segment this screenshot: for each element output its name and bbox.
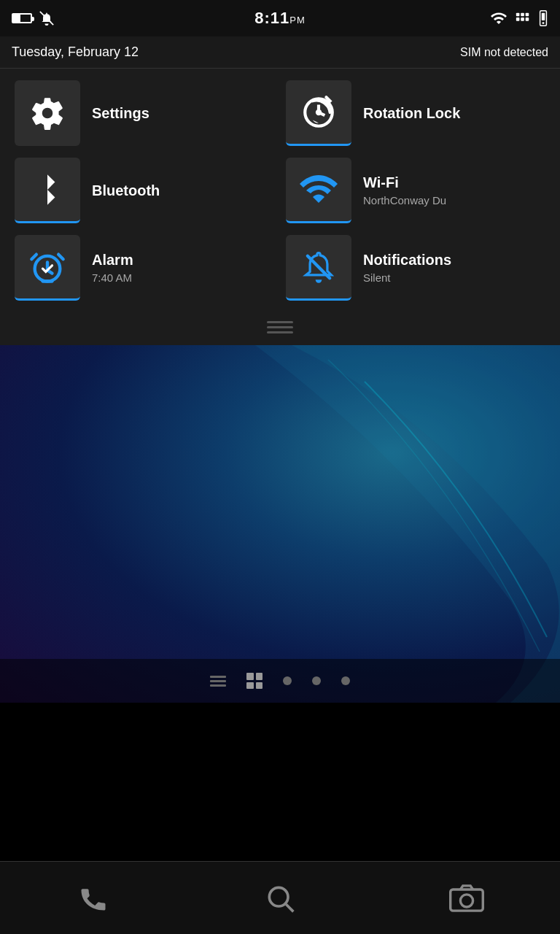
drag-handle-icon [267, 321, 293, 333]
notifications-icon-box [286, 235, 351, 301]
signal-alert-icon [538, 10, 548, 26]
drag-handle[interactable] [0, 312, 560, 345]
status-bar: 8:11PM [0, 0, 560, 36]
wallpaper [0, 345, 560, 703]
dock-page-dot-2[interactable] [312, 676, 321, 685]
battery-icon [12, 13, 32, 23]
svg-rect-1 [516, 13, 520, 17]
svg-point-9 [542, 22, 545, 24]
svg-rect-5 [526, 13, 529, 17]
wifi-status-icon [490, 11, 508, 26]
bell-mute-icon [300, 248, 338, 286]
rotation-lock-icon-box [286, 80, 351, 146]
dock-page-dot-3[interactable] [341, 676, 350, 685]
dock-lines-icon[interactable] [210, 675, 226, 687]
bluetooth-label-text: Bluetooth [92, 182, 160, 199]
dock-grid-icon[interactable] [246, 673, 262, 689]
settings-grid: Settings Rotation Lock [15, 80, 545, 301]
svg-line-14 [286, 904, 293, 911]
status-right-icons [490, 10, 548, 26]
svg-rect-4 [521, 18, 524, 21]
bluetooth-icon [33, 171, 62, 208]
mute-icon [39, 11, 54, 26]
blackberry-icon [515, 10, 531, 26]
svg-rect-6 [526, 18, 529, 21]
alarm-icon-box [15, 235, 80, 301]
svg-point-16 [460, 894, 472, 906]
settings-icon-box [15, 80, 80, 146]
dock-dots [0, 659, 560, 703]
alarm-label-text: Alarm 7:40 AM [92, 252, 133, 284]
svg-point-13 [269, 887, 288, 906]
gear-icon [29, 95, 66, 131]
phone-icon [77, 882, 109, 914]
wifi-label-text: Wi-Fi NorthConway Du [363, 174, 446, 207]
status-time: 8:11PM [254, 9, 306, 28]
settings-label-text: Settings [92, 105, 149, 122]
alarm-icon [28, 248, 66, 286]
camera-icon [449, 882, 484, 914]
settings-item-alarm[interactable]: Alarm 7:40 AM [15, 235, 274, 301]
svg-rect-3 [516, 18, 520, 21]
wifi-icon [298, 171, 339, 208]
settings-item-wifi[interactable]: Wi-Fi NorthConway Du [286, 158, 545, 223]
search-button[interactable] [251, 873, 309, 924]
svg-point-11 [316, 109, 322, 115]
svg-rect-8 [542, 13, 545, 20]
notifications-label-text: Notifications Silent [363, 252, 451, 284]
wallpaper-decoration [0, 345, 560, 703]
settings-item-settings[interactable]: Settings [15, 80, 274, 146]
date-label: Tuesday, February 12 [12, 45, 139, 60]
search-icon [264, 882, 296, 914]
sim-status: SIM not detected [460, 46, 548, 59]
dock-page-dot-1[interactable] [283, 676, 292, 685]
settings-item-bluetooth[interactable]: Bluetooth [15, 158, 274, 223]
quick-settings-panel: Settings Rotation Lock [0, 69, 560, 312]
phone-button[interactable] [64, 873, 122, 924]
camera-button[interactable] [438, 873, 496, 924]
date-bar: Tuesday, February 12 SIM not detected [0, 36, 560, 69]
rotation-lock-icon [300, 94, 337, 131]
wifi-icon-box [286, 158, 351, 223]
settings-item-notifications[interactable]: Notifications Silent [286, 235, 545, 301]
rotation-lock-label-text: Rotation Lock [363, 105, 460, 122]
status-left-icons [12, 11, 54, 26]
bluetooth-icon-box [15, 158, 80, 223]
bottom-nav [0, 861, 560, 934]
settings-item-rotation-lock[interactable]: Rotation Lock [286, 80, 545, 146]
svg-rect-2 [521, 13, 524, 17]
